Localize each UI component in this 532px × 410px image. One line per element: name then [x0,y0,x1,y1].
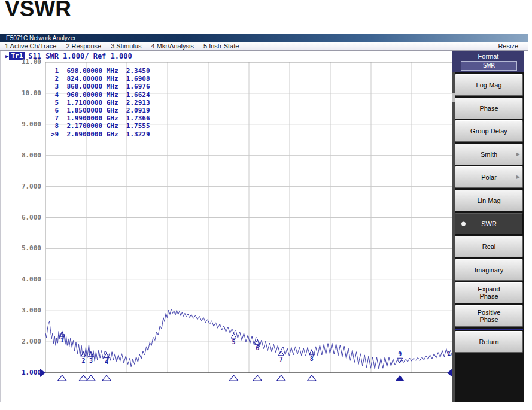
softkey-positive-phase[interactable]: PositivePhase [455,305,523,327]
y-tick-label: 11.00 [1,59,41,66]
marker-9-stimulus-indicator[interactable] [396,375,404,381]
y-tick-label: 3.000 [1,307,41,314]
y-tick-label: 6.000 [1,214,41,221]
menu-item-3[interactable]: 3 Stimulus [111,42,141,50]
ref-level-arrow-right[interactable] [447,369,452,377]
marker-7-stimulus-indicator[interactable] [277,375,285,381]
marker-7-label: 7 [279,356,283,363]
marker-8-stimulus-indicator[interactable] [308,375,316,381]
trace-number-end-label: 1 [447,350,451,357]
marker-3-label: 3 [89,357,93,364]
marker-2-stimulus-indicator[interactable] [79,375,87,381]
softkey-group-delay[interactable]: Group Delay [455,120,523,142]
page: VSWR E5071C Network Analyzer 1 Active Ch… [0,0,532,410]
y-tick-label: 5.000 [1,245,41,252]
selected-bullet-icon [461,221,466,226]
marker-5-stimulus-indicator[interactable] [230,375,238,381]
y-tick-label: 8.000 [1,152,41,159]
y-tick-label: 1.000 [1,369,41,376]
menu-item-4[interactable]: 4 Mkr/Analysis [151,42,194,50]
y-tick-label: 9.000 [1,121,41,128]
window-title: E5071C Network Analyzer [6,35,76,41]
instrument-screen: ▶ Tr1 S11 SWR 1.000/ Ref 1.000 123456789… [0,51,452,402]
softkey-sidebar: Format SWR Log MagPhaseGroup DelaySmith▶… [452,51,524,402]
softkey-divider [455,329,523,330]
marker-2-label: 2 [81,357,85,364]
softkey-header-value: SWR [461,61,517,71]
marker-4-label: 4 [105,359,108,365]
marker-3-stimulus-indicator[interactable] [87,375,95,381]
y-tick-label: 4.000 [1,276,41,283]
menu-item-resize[interactable]: Resize [498,42,518,51]
softkey-smith[interactable]: Smith▶ [455,144,523,165]
softkey-swr[interactable]: SWR [455,213,523,235]
softkey-phase[interactable]: Phase [455,98,523,119]
y-tick-label: 10.00 [1,90,41,97]
y-tick-label: 2.000 [1,338,41,345]
marker-6-stimulus-indicator[interactable] [253,375,262,381]
y-tick-label: 7.000 [1,183,41,190]
marker-6-label: 6 [256,345,259,351]
softkey-header: Format SWR [452,51,524,72]
marker-1-label: 1 [60,337,64,344]
menu-item-1[interactable]: 1 Active Ch/Trace [5,42,56,50]
marker-5-symbol[interactable] [231,333,236,338]
menu-item-2[interactable]: 2 Response [66,42,101,50]
analyzer-window: E5071C Network Analyzer 1 Active Ch/Trac… [0,34,528,402]
softkey-imaginary[interactable]: Imaginary [455,259,523,281]
menu-bar: 1 Active Ch/Trace2 Response3 Stimulus4 M… [0,42,528,51]
marker-9-label: 9 [398,351,402,357]
marker-5-label: 5 [232,339,235,345]
softkey-log-mag[interactable]: Log Mag [455,74,523,96]
menu-item-5[interactable]: 5 Instr State [203,42,239,50]
softkey-polar[interactable]: Polar▶ [455,166,523,188]
softkey-return[interactable]: Return [455,331,523,353]
page-title: VSWR [5,0,71,22]
softkey-expand-phase[interactable]: ExpandPhase [455,282,523,303]
window-titlebar[interactable]: E5071C Network Analyzer [0,34,528,42]
marker-table: 1 698.00000 MHz 2.3450 2 824.00000 MHz 1… [51,67,150,138]
submenu-arrow-icon: ▶ [516,174,520,181]
softkey-real[interactable]: Real [455,236,523,257]
marker-8-label: 8 [310,356,314,362]
softkey-button-column: Log MagPhaseGroup DelaySmith▶Polar▶Lin M… [455,74,523,354]
marker-4-stimulus-indicator[interactable] [102,375,111,381]
marker-1-stimulus-indicator[interactable] [58,375,66,381]
softkey-header-title: Format [452,51,524,60]
submenu-arrow-icon: ▶ [516,151,520,158]
softkey-lin-mag[interactable]: Lin Mag [455,190,523,211]
